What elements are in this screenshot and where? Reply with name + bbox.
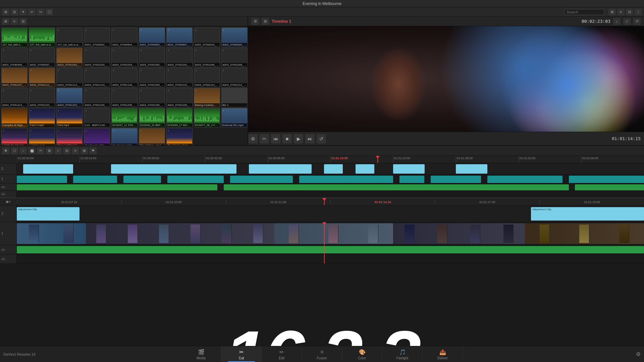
media-item-29[interactable]: ♪A004_07091222_C... bbox=[56, 88, 83, 107]
media-item-18[interactable]: ♪A003_07091107_C... bbox=[1, 68, 28, 87]
tl-flag-btn[interactable]: ⚑ bbox=[89, 147, 97, 154]
clip-v1-9[interactable] bbox=[487, 176, 562, 183]
media-item-16[interactable]: ♪A003_07091046_C... bbox=[194, 48, 220, 67]
tl-tool-7[interactable]: □ bbox=[54, 147, 62, 154]
view-btn-2[interactable]: ≡ bbox=[617, 9, 625, 15]
media-item-7[interactable]: ♪A002_07090918_C... bbox=[194, 27, 220, 47]
lower-audio-1[interactable] bbox=[17, 246, 644, 253]
media-item-48[interactable]: ♪Overhead Lights 1... bbox=[84, 128, 110, 145]
tl-tool-5[interactable]: ✂ bbox=[37, 147, 44, 154]
transport-trim-btn[interactable]: ✂ bbox=[260, 134, 269, 143]
clip-v1-1[interactable] bbox=[17, 176, 67, 183]
nav-fusion[interactable]: ⚛ Fusion bbox=[302, 346, 342, 362]
clip-v1-7[interactable] bbox=[399, 176, 425, 183]
media-item-2[interactable]: ♪127_full_with-a-si... bbox=[56, 27, 83, 47]
tl-tool-2[interactable]: ⬡ bbox=[11, 147, 18, 154]
media-item-3[interactable]: ♪A001_07090842_C... bbox=[84, 27, 110, 47]
transport-settings-btn[interactable]: ⚙ bbox=[248, 134, 258, 143]
media-item-12[interactable]: ♪A003_07091020_C... bbox=[84, 48, 110, 67]
media-item-19[interactable]: ♪A003_07091111_C... bbox=[29, 68, 55, 87]
media-item-35[interactable]: Bin 1 bbox=[221, 88, 248, 107]
media-item-27[interactable]: ♪A004_07091214_C... bbox=[1, 88, 28, 107]
video-thumb-2[interactable] bbox=[86, 223, 274, 244]
toolbar-btn-2[interactable]: ⊟ bbox=[11, 9, 18, 15]
lower-ruler-btn-1[interactable]: ◉ bbox=[6, 200, 9, 203]
lower-adj-clip-1[interactable]: Adjustment Clip bbox=[17, 207, 79, 221]
transport-loop-btn[interactable]: ↺ bbox=[317, 134, 326, 143]
tl-tool-6[interactable]: ⊞ bbox=[46, 147, 53, 154]
media-item-39[interactable]: ♪Co3 - BMPCC4K_Jo... bbox=[84, 108, 110, 127]
preview-extra-btn[interactable]: ↺ bbox=[633, 18, 641, 25]
adj-clip-2[interactable] bbox=[111, 164, 236, 174]
video-thumb-1[interactable] bbox=[17, 223, 86, 244]
clip-v1-6[interactable] bbox=[299, 176, 393, 183]
media-item-42[interactable]: DCD049_17 MOTI... bbox=[166, 108, 193, 127]
media-pool-btn-3[interactable]: ⊟ bbox=[19, 18, 27, 25]
media-item-5[interactable]: ♪A001_07090905_C... bbox=[139, 27, 165, 47]
nav-edit[interactable]: ✏ Edit bbox=[262, 346, 302, 362]
media-item-43[interactable]: DCD077_08_2 FLO... bbox=[194, 108, 220, 127]
media-item-46[interactable]: ♪Lighting mot bbox=[29, 128, 55, 145]
media-item-24[interactable]: ♪A004_07091210_C... bbox=[166, 68, 193, 87]
nav-media[interactable]: 🎬 Media bbox=[181, 346, 221, 362]
media-item-36[interactable]: Campfire At Nigh... bbox=[1, 108, 28, 127]
preview-full-btn[interactable]: ⤢ bbox=[623, 18, 631, 25]
media-item-30[interactable]: ♪A004_07091230_C... bbox=[84, 88, 110, 107]
media-item-45[interactable]: ♪Lightbulbs Moving... bbox=[1, 128, 28, 145]
toolbar-btn-1[interactable]: ⊞ bbox=[2, 9, 9, 15]
view-btn-3[interactable]: ⊟ bbox=[626, 9, 633, 15]
media-item-25[interactable]: ♪D004_07091214_C... bbox=[194, 68, 220, 87]
nav-color[interactable]: 🎨 Color bbox=[342, 346, 382, 362]
adj-clip-6[interactable] bbox=[393, 164, 425, 174]
nav-deliver[interactable]: 📤 Deliver bbox=[423, 346, 463, 362]
audio-clip-1[interactable] bbox=[17, 184, 217, 190]
video-thumb-3[interactable] bbox=[274, 223, 393, 244]
media-item-11[interactable]: ♪A003_07091003_C... bbox=[56, 48, 83, 67]
transport-stop-btn[interactable]: ■ bbox=[282, 134, 292, 143]
lower-ruler-btn-2[interactable]: ≡ bbox=[9, 200, 11, 203]
tl-tool-4[interactable]: ⬤ bbox=[28, 147, 36, 154]
clip-v1-5[interactable] bbox=[230, 176, 293, 183]
settings-icon[interactable]: ⚙ bbox=[636, 351, 641, 357]
toolbar-btn-5[interactable]: ↪ bbox=[37, 9, 44, 15]
media-pool-btn-1[interactable]: ⊞ bbox=[2, 18, 9, 25]
media-item-33[interactable]: ♪A004_07091230_C... bbox=[166, 88, 193, 107]
toolbar-btn-6[interactable]: ⬛ bbox=[46, 9, 53, 15]
video-thumb-4[interactable] bbox=[393, 223, 525, 244]
media-item-14[interactable]: ♪A003_07091040_C... bbox=[139, 48, 165, 67]
preview-layout-btn[interactable]: ⊞ bbox=[262, 18, 269, 25]
media-item-41[interactable]: DCD040_01 BEFO... bbox=[139, 108, 165, 127]
media-item-9[interactable]: ♪A002_07090936_C... bbox=[1, 48, 28, 67]
audio-clip-2[interactable] bbox=[224, 184, 569, 190]
view-btn-1[interactable]: ⊞ bbox=[608, 9, 616, 15]
adj-clip-7[interactable] bbox=[456, 164, 487, 174]
media-item-26[interactable]: ♪A004_07091214_C... bbox=[221, 68, 248, 87]
media-item-1[interactable]: 127_full_with-a-si... bbox=[29, 27, 55, 47]
adj-clip-3[interactable] bbox=[249, 164, 312, 174]
media-item-17[interactable]: ♪A003_07091048_C... bbox=[221, 48, 248, 67]
search-input[interactable] bbox=[564, 9, 604, 15]
tl-tool-1[interactable]: ✥ bbox=[2, 147, 9, 154]
media-item-28[interactable]: ♪A004_07091222_C... bbox=[29, 88, 55, 107]
lower-adj-clip-2[interactable]: Adjustment Clip bbox=[531, 207, 644, 221]
media-item-37[interactable]: ♪Cars 2.mp4 bbox=[29, 108, 55, 127]
media-item-51[interactable]: ♪The Skyline Cam A... bbox=[166, 128, 193, 145]
adj-clip-1[interactable] bbox=[23, 164, 73, 174]
media-item-47[interactable]: ♪More Lighting II r... bbox=[56, 128, 83, 145]
toolbar-btn-4[interactable]: ↩ bbox=[28, 9, 36, 15]
adj-clip-5[interactable] bbox=[356, 164, 374, 174]
video-thumb-5[interactable] bbox=[525, 223, 644, 244]
media-item-6[interactable]: ♪A001_07090907_C... bbox=[166, 27, 193, 47]
clip-v1-4[interactable] bbox=[167, 176, 224, 183]
tl-tool-3[interactable]: ↔ bbox=[19, 147, 27, 154]
clip-v1-10[interactable] bbox=[569, 176, 644, 183]
nav-fairlight[interactable]: 🎵 Fairlight bbox=[382, 346, 423, 362]
tl-tool-9[interactable]: ≡ bbox=[72, 147, 79, 154]
media-item-0[interactable]: 127_full_with-s... bbox=[1, 27, 28, 47]
media-item-32[interactable]: ♪A004_07091235_C... bbox=[139, 88, 165, 107]
media-item-13[interactable]: ♪A003_07091029_C... bbox=[111, 48, 138, 67]
media-item-31[interactable]: ♪A004_07091235_C... bbox=[111, 88, 138, 107]
media-item-40[interactable]: DCD037_11 STAR... bbox=[111, 108, 138, 127]
media-item-20[interactable]: ♪A003_07091114_C... bbox=[56, 68, 83, 87]
tl-tool-8[interactable]: ⊟ bbox=[63, 147, 70, 154]
